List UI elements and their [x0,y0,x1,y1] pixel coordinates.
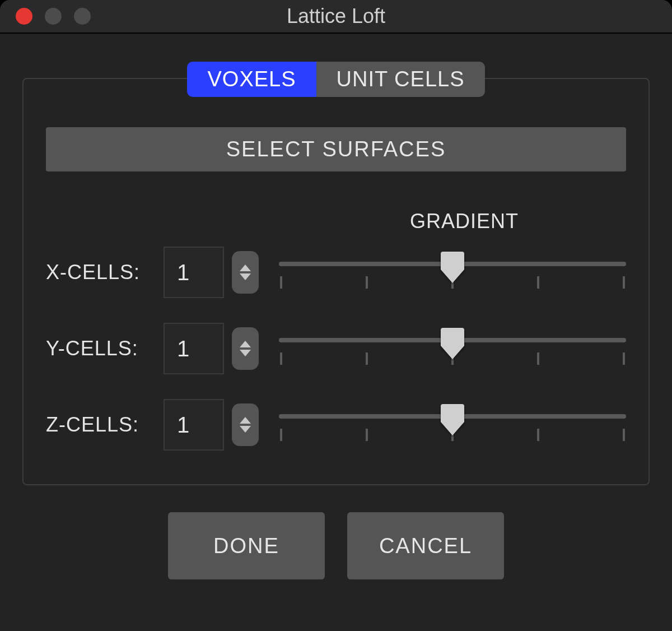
x-cells-stepper[interactable] [232,251,259,294]
content-area: VOXELS UNIT CELLS SELECT SURFACES GRADIE… [0,34,672,579]
z-cells-stepper[interactable] [232,403,259,446]
slider-thumb[interactable] [441,328,464,360]
chevron-down-icon [240,350,251,356]
y-gradient-slider[interactable] [279,329,626,368]
select-surfaces-button[interactable]: SELECT SURFACES [46,127,626,171]
y-cells-input[interactable]: 1 [164,323,224,374]
chevron-down-icon [240,273,251,280]
cancel-button[interactable]: CANCEL [347,512,504,579]
tab-unit-cells[interactable]: UNIT CELLS [316,62,485,97]
slider-thumb[interactable] [441,252,464,284]
tab-bar: VOXELS UNIT CELLS [22,62,650,97]
dialog-window: Lattice Loft VOXELS UNIT CELLS SELECT SU… [0,0,672,631]
panel: SELECT SURFACES GRADIENT X-CELLS: 1 [22,78,650,485]
chevron-up-icon [240,417,251,424]
x-cells-row: X-CELLS: 1 [46,247,626,298]
z-gradient-slider[interactable] [279,405,626,444]
titlebar: Lattice Loft [0,0,672,34]
minimize-window-button[interactable] [45,8,62,25]
slider-thumb[interactable] [441,404,464,437]
x-cells-input[interactable]: 1 [164,247,224,298]
zoom-window-button[interactable] [74,8,91,25]
y-cells-label: Y-CELLS: [46,337,164,360]
z-cells-row: Z-CELLS: 1 [46,399,626,451]
x-gradient-slider[interactable] [279,253,626,292]
z-cells-input[interactable]: 1 [164,399,224,451]
y-cells-row: Y-CELLS: 1 [46,323,626,374]
chevron-up-icon [240,341,251,347]
y-cells-stepper[interactable] [232,327,259,370]
window-title: Lattice Loft [287,4,385,28]
chevron-up-icon [240,265,251,271]
footer-buttons: DONE CANCEL [22,512,650,579]
done-button[interactable]: DONE [168,512,325,579]
tab-voxels[interactable]: VOXELS [187,62,316,97]
close-window-button[interactable] [16,8,32,25]
z-cells-label: Z-CELLS: [46,413,164,437]
traffic-lights [16,8,91,25]
chevron-down-icon [240,426,251,433]
gradient-column-label: GRADIENT [302,210,627,233]
x-cells-label: X-CELLS: [46,261,164,284]
sliders-section: GRADIENT X-CELLS: 1 [46,216,626,451]
